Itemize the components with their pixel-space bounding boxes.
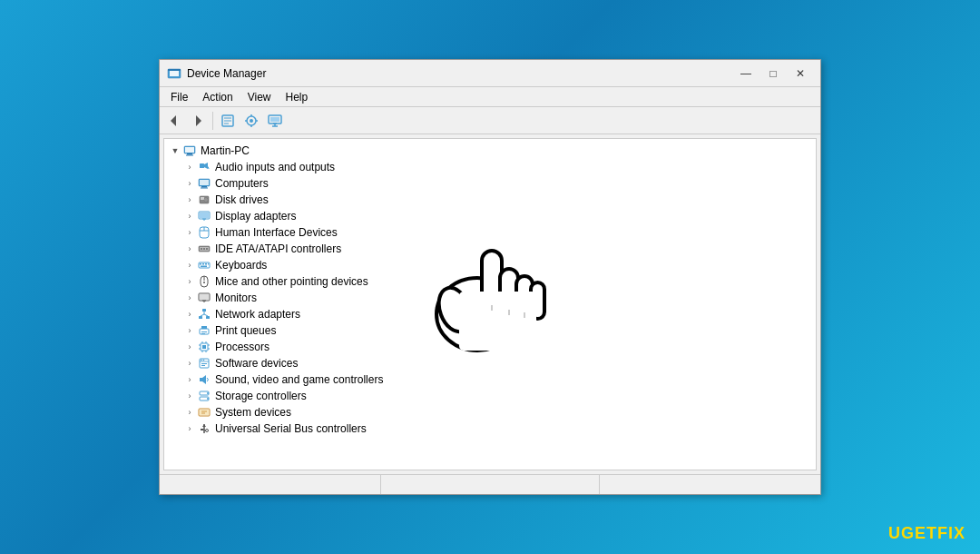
storage-icon: [197, 389, 211, 403]
mouse-label: Mice and other pointing devices: [215, 275, 368, 288]
monitors-toggle[interactable]: ›: [182, 291, 197, 305]
software-toggle[interactable]: ›: [182, 356, 197, 371]
svg-rect-62: [206, 316, 210, 319]
title-bar: Device Manager — □ ✕: [160, 60, 820, 87]
tree-item-audio[interactable]: › Audio inputs and outputs: [164, 159, 816, 175]
network-toggle[interactable]: ›: [182, 307, 197, 322]
svg-rect-29: [201, 186, 207, 188]
processors-toggle[interactable]: ›: [182, 340, 197, 354]
keyboard-toggle[interactable]: ›: [182, 258, 197, 272]
audio-toggle[interactable]: ›: [182, 160, 197, 174]
monitor-button[interactable]: [264, 110, 286, 132]
svg-rect-23: [187, 153, 192, 155]
print-label: Print queues: [215, 324, 276, 337]
print-icon: [197, 323, 211, 338]
window-title: Device Manager: [187, 67, 733, 80]
tree-item-software[interactable]: › Software devices: [164, 355, 816, 371]
computers-label: Computers: [215, 177, 269, 190]
print-toggle[interactable]: ›: [182, 323, 197, 338]
usb-label: Universal Serial Bus controllers: [215, 422, 367, 435]
svg-point-82: [201, 360, 202, 361]
ide-toggle[interactable]: ›: [182, 242, 197, 256]
audio-icon: [197, 160, 211, 174]
svg-point-10: [250, 119, 253, 123]
menu-action[interactable]: Action: [195, 89, 240, 105]
tree-item-processors[interactable]: › Processors: [164, 339, 816, 355]
sound-toggle[interactable]: ›: [182, 372, 197, 387]
status-panel-1: [163, 475, 381, 494]
svg-rect-84: [201, 363, 207, 364]
tree-root[interactable]: ▼ Martin-PC: [164, 143, 816, 159]
properties-button[interactable]: [217, 110, 239, 132]
menu-help[interactable]: Help: [279, 89, 316, 105]
monitors-label: Monitors: [215, 292, 257, 304]
back-button[interactable]: [163, 110, 185, 132]
svg-rect-47: [199, 262, 210, 268]
forward-button[interactable]: [187, 110, 209, 132]
tree-item-disk[interactable]: › Disk drives: [164, 192, 816, 208]
tree-item-ide[interactable]: › IDE ATA/ATAPI controllers: [164, 241, 816, 257]
svg-rect-67: [201, 326, 207, 329]
tree-item-storage[interactable]: › Storage controllers: [164, 388, 816, 404]
disk-label: Disk drives: [215, 193, 269, 206]
svg-rect-21: [185, 147, 194, 153]
svg-rect-86: [200, 378, 202, 381]
tree-item-hid[interactable]: › Human Interface Devices: [164, 224, 816, 241]
scan-button[interactable]: [240, 110, 262, 132]
processors-label: Processors: [215, 341, 270, 353]
usb-icon: [197, 421, 211, 436]
svg-point-46: [206, 248, 208, 250]
svg-point-100: [206, 430, 209, 432]
svg-rect-61: [199, 316, 202, 319]
svg-rect-68: [201, 331, 207, 332]
system-icon: [197, 405, 211, 420]
hid-toggle[interactable]: ›: [182, 225, 197, 240]
root-toggle[interactable]: ▼: [168, 143, 182, 158]
tree-item-network[interactable]: › Network adapters: [164, 306, 816, 322]
tree-item-system[interactable]: › System devices: [164, 404, 816, 420]
svg-rect-60: [202, 309, 206, 312]
maximize-button[interactable]: □: [760, 64, 786, 83]
svg-line-64: [201, 314, 204, 316]
svg-rect-48: [200, 263, 201, 265]
pc-icon: [182, 143, 197, 158]
mouse-toggle[interactable]: ›: [182, 274, 197, 289]
svg-rect-28: [200, 180, 209, 185]
tree-item-mouse[interactable]: › Mice and other pointing devices: [164, 273, 816, 290]
svg-rect-49: [202, 263, 204, 265]
display-icon: [197, 209, 211, 223]
sound-icon: [197, 372, 211, 387]
tree-item-monitors[interactable]: › Monitors: [164, 290, 816, 306]
svg-rect-32: [201, 197, 204, 200]
usb-toggle[interactable]: ›: [182, 421, 197, 436]
ide-icon: [197, 242, 211, 256]
system-toggle[interactable]: ›: [182, 405, 197, 420]
tree-item-usb[interactable]: › Universal Serial Bus controllers: [164, 420, 816, 437]
tree-item-computers[interactable]: › Computers: [164, 175, 816, 192]
computers-toggle[interactable]: ›: [182, 176, 197, 191]
svg-point-45: [203, 248, 205, 250]
menu-file[interactable]: File: [163, 89, 195, 105]
storage-toggle[interactable]: ›: [182, 389, 197, 403]
tree-item-sound[interactable]: › Sound, video and game controllers: [164, 371, 816, 388]
properties-icon: [220, 114, 235, 128]
close-button[interactable]: ✕: [788, 64, 813, 83]
menu-view[interactable]: View: [240, 89, 279, 105]
minimize-button[interactable]: —: [733, 64, 759, 83]
network-icon: [197, 307, 211, 322]
disk-toggle[interactable]: ›: [182, 193, 197, 207]
window-icon: [167, 66, 181, 81]
tree-item-print[interactable]: › Print queues: [164, 322, 816, 339]
tree-item-display[interactable]: › Display adapters: [164, 208, 816, 224]
device-tree[interactable]: ▼ Martin-PC ›: [163, 138, 817, 470]
watermark-highlight: E: [915, 524, 926, 542]
content-area: ▼ Martin-PC ›: [160, 134, 820, 474]
keyboard-icon: [197, 258, 211, 272]
hid-icon: [197, 225, 211, 240]
monitor-icon: [268, 114, 282, 128]
software-icon: [197, 356, 211, 371]
status-bar: [160, 474, 820, 494]
tree-item-keyboard[interactable]: › Keyboards: [164, 257, 816, 273]
processors-icon: [197, 340, 211, 354]
display-toggle[interactable]: ›: [182, 209, 197, 223]
